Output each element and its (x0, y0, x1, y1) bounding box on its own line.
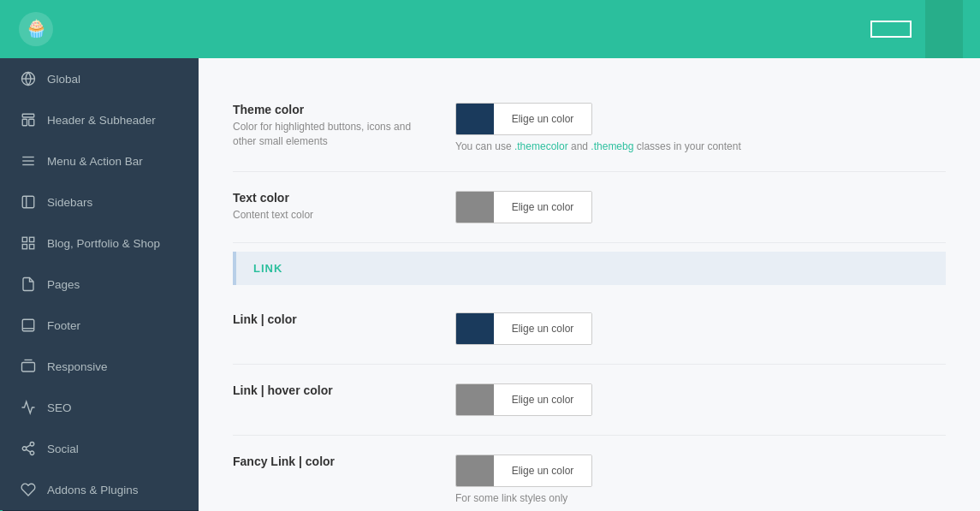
svg-point-21 (22, 447, 27, 451)
svg-rect-13 (30, 237, 34, 241)
svg-line-23 (26, 449, 30, 452)
logo-area: 🧁 (17, 10, 216, 48)
sidebar-item-label: Responsive (47, 360, 108, 373)
color-swatch-text-color[interactable] (456, 192, 494, 223)
sidebar-item-label: Addons & Plugins (47, 484, 139, 496)
color-pick-button-link-hover-color[interactable]: Elige un color (494, 384, 591, 415)
svg-point-22 (30, 451, 34, 455)
sidebar-item-responsive[interactable]: Responsive (0, 346, 199, 387)
svg-text:🧁: 🧁 (26, 18, 47, 39)
field-label-fancy-link-color: Fancy Link | color (233, 455, 430, 472)
field-title: Theme color (233, 103, 430, 116)
field-label-link-hover-color: Link | hover color (233, 383, 430, 401)
sidebar-item-sidebars[interactable]: Sidebars (0, 181, 199, 223)
sidebar-item-label: SEO (47, 401, 72, 414)
svg-rect-18 (22, 363, 35, 372)
file-icon (20, 276, 37, 293)
color-pick-button-text-color[interactable]: Elige un color (494, 192, 591, 223)
responsive-icon (20, 358, 37, 375)
footer-icon (20, 317, 37, 334)
svg-rect-16 (22, 319, 34, 331)
color-pick-button-theme-color[interactable]: Elige un color (494, 104, 591, 134)
sidebar-item-footer[interactable]: Footer (0, 305, 199, 346)
sidebar-icon (20, 193, 37, 211)
field-desc: Content text color (233, 208, 430, 223)
color-swatch-theme-color[interactable] (456, 104, 494, 134)
color-picker-text-color[interactable]: Elige un color (455, 191, 592, 223)
color-swatch-link-hover-color[interactable] (456, 384, 494, 415)
sidebar-item-seo[interactable]: SEO (0, 387, 199, 428)
color-picker-link-hover-color[interactable]: Elige un color (455, 383, 592, 416)
field-title: Text color (233, 191, 430, 205)
sidebar-item-pages[interactable]: Pages (0, 264, 199, 305)
plugin-icon (20, 481, 37, 498)
sidebar-item-label: Global (47, 73, 80, 86)
field-row-link-hover-color: Link | hover color Elige un color (233, 365, 946, 436)
sidebar-item-label: Footer (47, 319, 80, 332)
color-swatch-fancy-link-color[interactable] (456, 455, 494, 486)
color-picker-theme-color[interactable]: Elige un color (455, 103, 592, 135)
color-picker-link-color[interactable]: Elige un color (455, 312, 592, 345)
top-bar: 🧁 (0, 0, 980, 58)
svg-rect-14 (22, 245, 27, 249)
globe-icon (20, 70, 37, 87)
color-picker-fancy-link-color[interactable]: Elige un color (455, 455, 592, 487)
sidebar-item-addons-plugins[interactable]: Addons & Plugins (0, 469, 199, 510)
field-control-text-color: Elige un color (455, 191, 946, 223)
field-label-text-color: Text color Content text color (233, 191, 430, 223)
field-label-theme-color: Theme color Color for highlighted button… (233, 103, 430, 149)
field-row-link-color: Link | color Elige un color (233, 294, 946, 365)
svg-rect-6 (29, 119, 34, 126)
sidebar-item-global[interactable]: Global (0, 58, 199, 99)
color-pick-button-link-color[interactable]: Elige un color (494, 313, 591, 344)
social-icon (20, 440, 37, 457)
seo-icon (20, 399, 37, 416)
add-button[interactable] (925, 0, 963, 58)
color-pick-button-fancy-link-color[interactable]: Elige un color (494, 455, 591, 486)
field-title: Link | color (233, 312, 430, 326)
field-control-fancy-link-color: Elige un color For some link styles only (455, 455, 946, 504)
field-note: You can use .themecolor and .themebg cla… (455, 140, 946, 152)
field-control-link-hover-color: Elige un color (455, 383, 946, 416)
field-row-text-color: Text color Content text color Elige un c… (233, 172, 946, 243)
svg-rect-15 (30, 245, 34, 249)
menu-icon (20, 152, 37, 169)
svg-rect-5 (22, 119, 27, 126)
link-section-divider: LINK (233, 252, 946, 285)
field-desc: Color for highlighted buttons, icons and… (233, 120, 430, 149)
field-control-link-color: Elige un color (455, 312, 946, 345)
main-content: Theme color Color for highlighted button… (199, 58, 980, 511)
field-label-link-color: Link | color (233, 312, 430, 330)
field-row-fancy-link-color: Fancy Link | color Elige un color For so… (233, 436, 946, 511)
svg-line-24 (26, 445, 30, 448)
sidebar-item-label: Header & Subheader (47, 114, 156, 127)
field-note: For some link styles only (455, 492, 946, 504)
grid-icon (20, 235, 37, 252)
sidebar-item-label: Sidebars (47, 196, 92, 209)
field-title: Link | hover color (233, 383, 430, 397)
sidebar-item-label: Pages (47, 278, 80, 291)
svg-rect-10 (22, 196, 34, 208)
svg-rect-4 (22, 114, 34, 117)
logo-icon: 🧁 (17, 10, 55, 48)
sidebar-item-social[interactable]: Social (0, 428, 199, 469)
field-control-theme-color: Elige un color You can use .themecolor a… (455, 103, 946, 152)
layout-icon (20, 111, 37, 128)
sidebar-item-label: Blog, Portfolio & Shop (47, 237, 160, 250)
sidebar: Global Header & Subheader Menu & Action … (0, 58, 199, 511)
sidebar-item-blog-portfolio-shop[interactable]: Blog, Portfolio & Shop (0, 223, 199, 264)
sidebar-item-label: Menu & Action Bar (47, 155, 143, 168)
svg-point-20 (30, 443, 34, 447)
sidebar-item-menu-action-bar[interactable]: Menu & Action Bar (0, 140, 199, 181)
svg-rect-12 (22, 237, 27, 241)
sidebar-item-header-subheader[interactable]: Header & Subheader (0, 99, 199, 140)
field-row-theme-color: Theme color Color for highlighted button… (233, 84, 946, 172)
color-swatch-link-color[interactable] (456, 313, 494, 344)
field-title: Fancy Link | color (233, 455, 430, 468)
main-layout: Global Header & Subheader Menu & Action … (0, 58, 980, 511)
sidebar-item-label: Social (47, 443, 79, 455)
save-changes-button[interactable] (870, 21, 912, 38)
